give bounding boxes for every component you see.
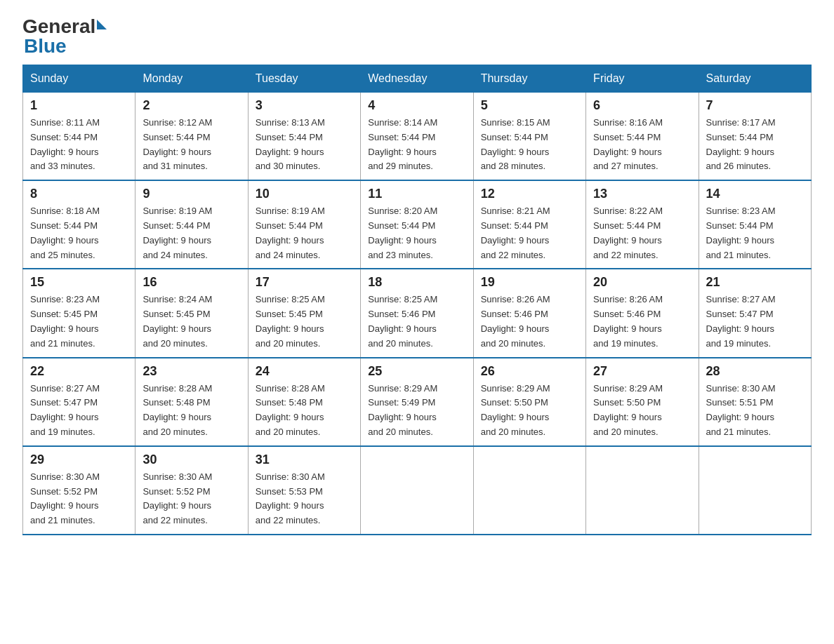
- day-number: 28: [706, 364, 804, 379]
- calendar-cell: 13Sunrise: 8:22 AMSunset: 5:44 PMDayligh…: [586, 180, 699, 269]
- day-number: 4: [368, 98, 465, 113]
- calendar-week-row: 8Sunrise: 8:18 AMSunset: 5:44 PMDaylight…: [23, 180, 812, 269]
- day-info: Sunrise: 8:26 AMSunset: 5:46 PMDaylight:…: [481, 293, 578, 351]
- day-info: Sunrise: 8:29 AMSunset: 5:49 PMDaylight:…: [368, 382, 465, 440]
- day-info: Sunrise: 8:13 AMSunset: 5:44 PMDaylight:…: [256, 116, 353, 174]
- calendar-cell: 17Sunrise: 8:25 AMSunset: 5:45 PMDayligh…: [248, 269, 360, 357]
- calendar-week-row: 22Sunrise: 8:27 AMSunset: 5:47 PMDayligh…: [23, 358, 812, 446]
- calendar-cell: 6Sunrise: 8:16 AMSunset: 5:44 PMDaylight…: [586, 93, 699, 181]
- day-number: 11: [368, 187, 465, 201]
- calendar-cell: 27Sunrise: 8:29 AMSunset: 5:50 PMDayligh…: [586, 358, 699, 446]
- day-number: 1: [30, 98, 128, 113]
- day-number: 2: [143, 98, 240, 113]
- calendar-table: SundayMondayTuesdayWednesdayThursdayFrid…: [22, 65, 812, 535]
- day-info: Sunrise: 8:27 AMSunset: 5:47 PMDaylight:…: [706, 293, 804, 351]
- day-info: Sunrise: 8:12 AMSunset: 5:44 PMDaylight:…: [143, 116, 240, 174]
- calendar-cell: [699, 446, 811, 535]
- calendar-cell: 19Sunrise: 8:26 AMSunset: 5:46 PMDayligh…: [473, 269, 585, 357]
- day-info: Sunrise: 8:19 AMSunset: 5:44 PMDaylight:…: [143, 204, 240, 262]
- day-info: Sunrise: 8:25 AMSunset: 5:45 PMDaylight:…: [256, 293, 353, 351]
- col-header-sunday: Sunday: [23, 65, 135, 93]
- day-number: 29: [30, 452, 128, 467]
- day-info: Sunrise: 8:26 AMSunset: 5:46 PMDaylight:…: [593, 293, 691, 351]
- calendar-cell: 10Sunrise: 8:19 AMSunset: 5:44 PMDayligh…: [248, 180, 360, 269]
- day-info: Sunrise: 8:30 AMSunset: 5:51 PMDaylight:…: [706, 382, 804, 440]
- day-number: 22: [30, 364, 128, 379]
- calendar-cell: 18Sunrise: 8:25 AMSunset: 5:46 PMDayligh…: [361, 269, 473, 357]
- calendar-cell: 16Sunrise: 8:24 AMSunset: 5:45 PMDayligh…: [135, 269, 248, 357]
- calendar-cell: 7Sunrise: 8:17 AMSunset: 5:44 PMDaylight…: [699, 93, 811, 181]
- day-number: 26: [481, 364, 578, 379]
- day-info: Sunrise: 8:23 AMSunset: 5:45 PMDaylight:…: [30, 293, 128, 351]
- day-number: 20: [593, 275, 691, 290]
- calendar-cell: 1Sunrise: 8:11 AMSunset: 5:44 PMDaylight…: [23, 93, 135, 181]
- logo-general-text: General: [22, 17, 95, 36]
- day-number: 21: [706, 275, 804, 290]
- day-number: 14: [706, 187, 804, 201]
- calendar-cell: 3Sunrise: 8:13 AMSunset: 5:44 PMDaylight…: [248, 93, 360, 181]
- day-info: Sunrise: 8:30 AMSunset: 5:53 PMDaylight:…: [256, 470, 353, 528]
- day-number: 7: [706, 98, 804, 113]
- calendar-cell: 9Sunrise: 8:19 AMSunset: 5:44 PMDaylight…: [135, 180, 248, 269]
- col-header-monday: Monday: [135, 65, 248, 93]
- calendar-cell: 11Sunrise: 8:20 AMSunset: 5:44 PMDayligh…: [361, 180, 473, 269]
- day-info: Sunrise: 8:14 AMSunset: 5:44 PMDaylight:…: [368, 116, 465, 174]
- calendar-cell: 14Sunrise: 8:23 AMSunset: 5:44 PMDayligh…: [699, 180, 811, 269]
- calendar-cell: 29Sunrise: 8:30 AMSunset: 5:52 PMDayligh…: [23, 446, 135, 535]
- logo-arrow-icon: [97, 20, 107, 29]
- col-header-wednesday: Wednesday: [361, 65, 473, 93]
- calendar-cell: 5Sunrise: 8:15 AMSunset: 5:44 PMDaylight…: [473, 93, 585, 181]
- day-info: Sunrise: 8:25 AMSunset: 5:46 PMDaylight:…: [368, 293, 465, 351]
- col-header-thursday: Thursday: [473, 65, 585, 93]
- day-number: 9: [143, 187, 240, 201]
- calendar-cell: 26Sunrise: 8:29 AMSunset: 5:50 PMDayligh…: [473, 358, 585, 446]
- day-number: 12: [481, 187, 578, 201]
- logo: General Blue: [22, 17, 107, 56]
- day-info: Sunrise: 8:28 AMSunset: 5:48 PMDaylight:…: [143, 382, 240, 440]
- calendar-cell: 21Sunrise: 8:27 AMSunset: 5:47 PMDayligh…: [699, 269, 811, 357]
- day-number: 19: [481, 275, 578, 290]
- day-number: 5: [481, 98, 578, 113]
- day-info: Sunrise: 8:29 AMSunset: 5:50 PMDaylight:…: [593, 382, 691, 440]
- day-number: 27: [593, 364, 691, 379]
- day-info: Sunrise: 8:20 AMSunset: 5:44 PMDaylight:…: [368, 204, 465, 262]
- calendar-cell: [586, 446, 699, 535]
- day-info: Sunrise: 8:22 AMSunset: 5:44 PMDaylight:…: [593, 204, 691, 262]
- col-header-tuesday: Tuesday: [248, 65, 360, 93]
- calendar-cell: [361, 446, 473, 535]
- logo-blue-text: Blue: [24, 36, 107, 56]
- day-info: Sunrise: 8:28 AMSunset: 5:48 PMDaylight:…: [256, 382, 353, 440]
- day-info: Sunrise: 8:27 AMSunset: 5:47 PMDaylight:…: [30, 382, 128, 440]
- calendar-week-row: 15Sunrise: 8:23 AMSunset: 5:45 PMDayligh…: [23, 269, 812, 357]
- day-number: 8: [30, 187, 128, 201]
- day-number: 17: [256, 275, 353, 290]
- day-number: 23: [143, 364, 240, 379]
- calendar-cell: 24Sunrise: 8:28 AMSunset: 5:48 PMDayligh…: [248, 358, 360, 446]
- calendar-cell: 15Sunrise: 8:23 AMSunset: 5:45 PMDayligh…: [23, 269, 135, 357]
- calendar-cell: 2Sunrise: 8:12 AMSunset: 5:44 PMDaylight…: [135, 93, 248, 181]
- day-info: Sunrise: 8:18 AMSunset: 5:44 PMDaylight:…: [30, 204, 128, 262]
- day-info: Sunrise: 8:17 AMSunset: 5:44 PMDaylight:…: [706, 116, 804, 174]
- calendar-week-row: 29Sunrise: 8:30 AMSunset: 5:52 PMDayligh…: [23, 446, 812, 535]
- page-header: General Blue: [22, 17, 812, 56]
- day-info: Sunrise: 8:30 AMSunset: 5:52 PMDaylight:…: [30, 470, 128, 528]
- calendar-cell: 23Sunrise: 8:28 AMSunset: 5:48 PMDayligh…: [135, 358, 248, 446]
- day-info: Sunrise: 8:24 AMSunset: 5:45 PMDaylight:…: [143, 293, 240, 351]
- day-number: 13: [593, 187, 691, 201]
- day-info: Sunrise: 8:15 AMSunset: 5:44 PMDaylight:…: [481, 116, 578, 174]
- day-number: 18: [368, 275, 465, 290]
- col-header-saturday: Saturday: [699, 65, 811, 93]
- calendar-cell: 4Sunrise: 8:14 AMSunset: 5:44 PMDaylight…: [361, 93, 473, 181]
- day-number: 25: [368, 364, 465, 379]
- logo-general: General: [22, 17, 107, 36]
- calendar-cell: [473, 446, 585, 535]
- day-number: 24: [256, 364, 353, 379]
- day-number: 6: [593, 98, 691, 113]
- day-number: 31: [256, 452, 353, 467]
- day-info: Sunrise: 8:23 AMSunset: 5:44 PMDaylight:…: [706, 204, 804, 262]
- calendar-cell: 20Sunrise: 8:26 AMSunset: 5:46 PMDayligh…: [586, 269, 699, 357]
- calendar-week-row: 1Sunrise: 8:11 AMSunset: 5:44 PMDaylight…: [23, 93, 812, 181]
- day-info: Sunrise: 8:29 AMSunset: 5:50 PMDaylight:…: [481, 382, 578, 440]
- day-number: 10: [256, 187, 353, 201]
- calendar-cell: 28Sunrise: 8:30 AMSunset: 5:51 PMDayligh…: [699, 358, 811, 446]
